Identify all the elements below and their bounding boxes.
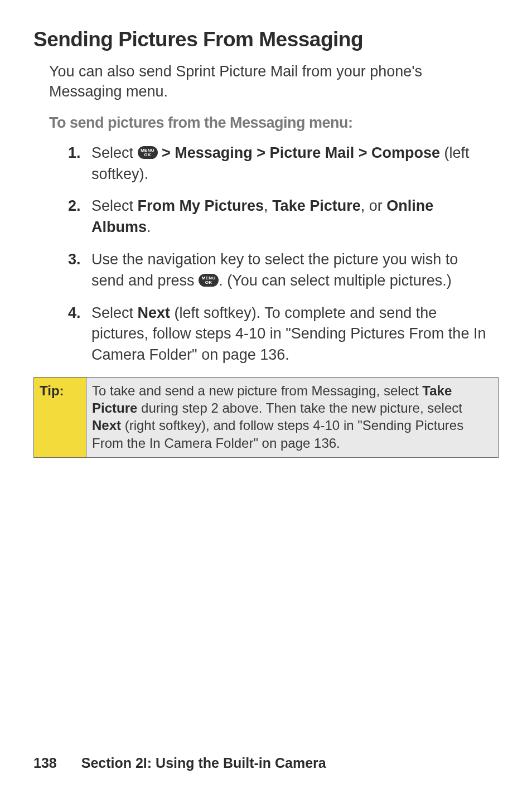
- step-text: Select Next (left softkey). To complete …: [91, 303, 493, 366]
- step-number: 3.: [68, 249, 91, 292]
- step-text: Select From My Pictures, Take Picture, o…: [91, 196, 493, 238]
- steps-list: 1. Select MENUOK > Messaging > Picture M…: [68, 143, 493, 366]
- section-title: Section 2I: Using the Built-in Camera: [81, 755, 326, 771]
- page-content: Sending Pictures From Messaging You can …: [33, 28, 499, 755]
- intro-paragraph: You can also send Sprint Picture Mail fr…: [49, 61, 499, 102]
- step-number: 2.: [68, 196, 91, 238]
- step-text: Use the navigation key to select the pic…: [91, 249, 493, 292]
- subheading: To send pictures from the Messaging menu…: [49, 114, 499, 132]
- step-4: 4. Select Next (left softkey). To comple…: [68, 303, 493, 366]
- page-footer: 138 Section 2I: Using the Built-in Camer…: [33, 755, 499, 776]
- page-number: 138: [33, 755, 57, 771]
- menu-ok-icon: MENUOK: [138, 146, 158, 159]
- tip-label: Tip:: [34, 378, 86, 458]
- step-1: 1. Select MENUOK > Messaging > Picture M…: [68, 143, 493, 185]
- step-number: 1.: [68, 143, 91, 185]
- tip-box: Tip: To take and send a new picture from…: [33, 377, 499, 458]
- step-2: 2. Select From My Pictures, Take Picture…: [68, 196, 493, 238]
- section-heading: Sending Pictures From Messaging: [33, 28, 499, 51]
- step-number: 4.: [68, 303, 91, 366]
- tip-content: To take and send a new picture from Mess…: [86, 378, 499, 458]
- step-text: Select MENUOK > Messaging > Picture Mail…: [91, 143, 493, 185]
- step-3: 3. Use the navigation key to select the …: [68, 249, 493, 292]
- menu-ok-icon: MENUOK: [199, 274, 219, 287]
